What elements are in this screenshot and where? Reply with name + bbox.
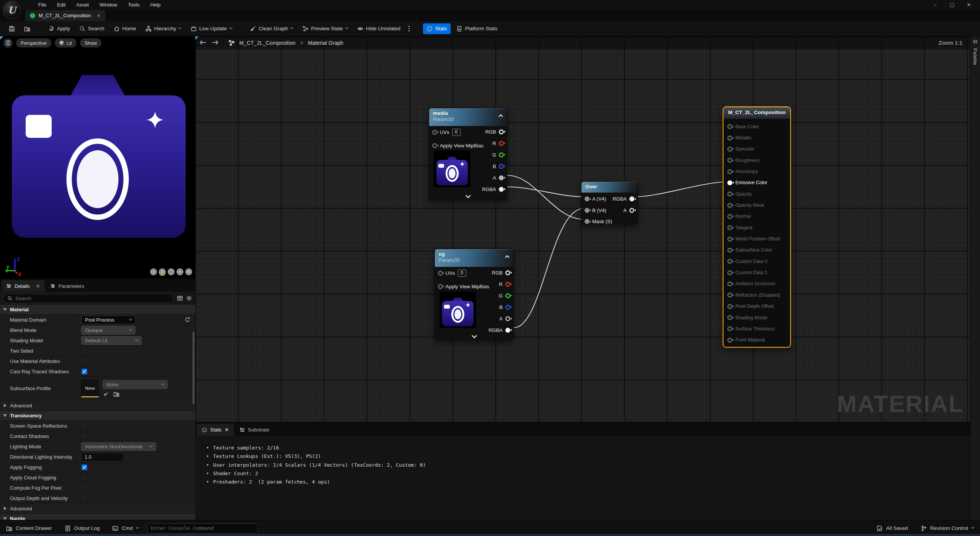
revision-control-button[interactable]: Revision Control [915,521,980,535]
material-attribute-pin-row[interactable]: Surface Thickness [724,323,790,334]
material-input-pin[interactable] [727,270,732,275]
tab-stats[interactable]: Stats ✕ [197,424,234,436]
output-pin[interactable] [505,293,510,298]
material-attribute-pin-row[interactable]: Custom Data 1 [724,267,790,278]
material-attribute-pin-row[interactable]: Shading Model [724,312,790,323]
content-drawer-button[interactable]: Content Drawer [0,521,58,535]
material-attribute-pin-row[interactable]: Tangent [724,222,790,233]
compute-fog-per-pixel-checkbox[interactable] [81,485,88,491]
hide-unrelated-button[interactable]: Hide Unrelated [354,23,404,34]
tab-parameters[interactable]: Parameters [46,280,89,292]
display-filter-icon[interactable] [177,295,183,301]
material-input-pin[interactable] [727,191,732,196]
output-pin[interactable] [629,196,634,201]
output-pin-row[interactable]: RGBA [612,193,634,205]
contact-shadows-checkbox[interactable] [81,433,88,440]
apply-button[interactable]: Apply [45,23,74,34]
material-attribute-pin-row[interactable]: Base Color [724,121,790,132]
menu-item[interactable]: Tools [123,1,144,9]
input-pin[interactable] [432,130,437,135]
material-input-pin[interactable] [727,304,732,309]
tab-asset[interactable]: M_CT_2L_Composition ✕ [25,10,105,21]
node-header[interactable]: M_CT_2L_Composition [724,107,790,119]
output-pin[interactable] [505,282,510,287]
menu-item[interactable]: File [34,1,51,9]
material-input-pin[interactable] [727,237,732,242]
reset-to-default-icon[interactable] [184,317,190,323]
preview-state-button[interactable]: Preview State [299,23,351,34]
output-pin[interactable] [499,187,504,192]
expand-down-icon[interactable] [471,335,477,338]
use-material-attributes-checkbox[interactable] [81,358,88,364]
console-command-input[interactable] [147,523,258,533]
material-attribute-pin-row[interactable]: Refraction (Disabled) [724,289,790,301]
close-button[interactable]: ✕ [963,2,975,8]
output-pin[interactable] [499,175,504,180]
section-nanite[interactable]: Nanite [0,514,195,520]
material-attribute-pin-row[interactable]: Normal [724,211,790,222]
material-attribute-pin-row[interactable]: Custom Data 0 [724,256,790,267]
material-attribute-pin-row[interactable]: Pixel Depth Offset [724,301,790,312]
material-advanced-expander[interactable]: Advanced [0,400,195,411]
material-input-pin[interactable] [727,169,732,174]
material-input-pin[interactable] [727,293,732,297]
material-input-pin[interactable] [727,158,732,163]
material-input-pin[interactable] [727,225,732,230]
blend-mode-dropdown[interactable]: Opaque [81,326,136,335]
all-saved-indicator[interactable]: All Saved [871,521,914,535]
material-input-pin[interactable] [727,136,732,141]
sphere-shape-button[interactable] [159,268,166,275]
input-pin-row[interactable]: A (V4) [585,193,612,205]
subsurface-profile-thumbnail[interactable]: None [81,380,99,397]
output-pin-row[interactable]: RGB [482,126,504,137]
uvs-input-row[interactable]: UVs 0 [438,269,466,277]
material-input-pin[interactable] [727,338,732,343]
material-input-pin[interactable] [727,214,732,219]
output-pin-row[interactable]: A [488,313,510,324]
output-pin-row[interactable]: G [488,290,510,301]
collapse-up-icon[interactable] [498,114,503,118]
output-pin-row[interactable]: A [482,172,504,183]
material-domain-dropdown[interactable]: Post Process [81,315,136,324]
material-graph-canvas[interactable]: media Param2D UVs 0 Apply View MipBias [195,36,980,520]
preview-viewport[interactable]: Perspective Lit Show Z Y X [0,36,195,278]
input-pin[interactable] [585,219,590,224]
output-pin-row[interactable]: RGBA [488,324,510,336]
output-pin[interactable] [629,208,634,213]
hierarchy-button[interactable]: Hierarchy [142,23,185,34]
material-attribute-pin-row[interactable]: Roughness [724,155,790,166]
details-search-field[interactable] [3,294,174,303]
lighting-mode-dropdown[interactable]: Volumetric NonDirectional [81,442,156,451]
cast-ray-traced-shadows-checkbox[interactable] [81,368,88,375]
details-search-input[interactable] [15,296,170,301]
minimize-button[interactable]: – [929,2,941,8]
material-attribute-pin-row[interactable]: World Position Offset [724,233,790,244]
material-attribute-pin-row[interactable]: Anisotropy [724,166,790,177]
section-material[interactable]: Material [0,305,195,315]
output-pin-row[interactable]: B [482,160,504,172]
output-pin[interactable] [499,164,504,169]
perspective-button[interactable]: Perspective [16,38,51,47]
show-button[interactable]: Show [80,38,102,47]
output-pin[interactable] [505,305,510,310]
material-attribute-pin-row[interactable]: Metallic [724,132,790,143]
uvs-value-box[interactable]: 0 [458,270,466,277]
directional-lighting-intensity-field[interactable]: 1.0 [81,453,124,461]
output-pin-row[interactable]: R [482,137,504,149]
expand-down-icon[interactable] [465,194,471,198]
node-material-result[interactable]: M_CT_2L_Composition Base Color Metallic [723,106,791,348]
cylinder-shape-button[interactable] [150,268,157,275]
input-pin-row[interactable]: B (V4) [585,205,612,216]
material-input-pin[interactable] [727,147,732,152]
gear-icon[interactable] [186,295,192,301]
clean-graph-button[interactable]: Clean Graph [247,23,297,34]
collapse-up-icon[interactable] [505,255,510,258]
translucency-advanced-expander[interactable]: Advanced [0,503,195,514]
material-input-pin[interactable] [727,203,732,208]
input-pin[interactable] [438,284,443,289]
breadcrumb-asset[interactable]: M_CT_2L_Composition [239,40,296,46]
material-attribute-pin-row[interactable]: Ambient Occlusion [724,278,790,289]
screen-space-reflections-checkbox[interactable] [81,423,88,429]
material-attribute-pin-row[interactable]: Specular [724,144,790,155]
menu-item[interactable]: Window [95,1,122,9]
